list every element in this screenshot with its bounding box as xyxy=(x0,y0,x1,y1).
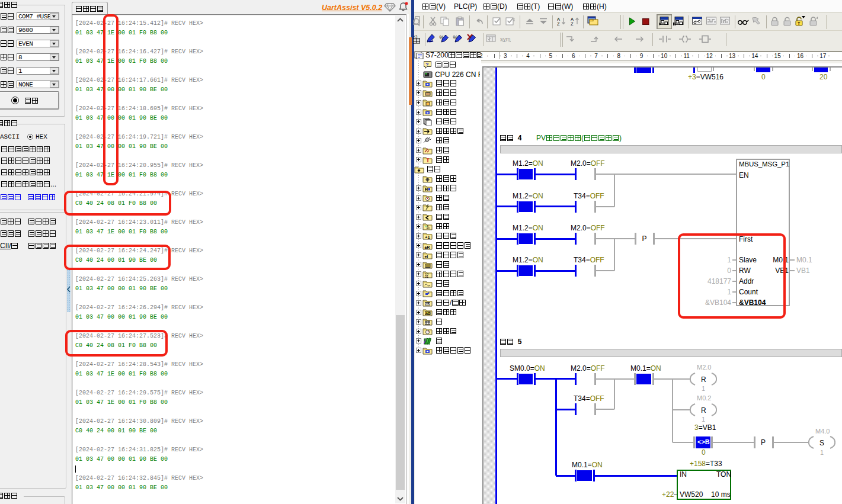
svg-text:Z: Z xyxy=(571,21,574,26)
svg-text:01: 01 xyxy=(425,274,428,278)
svg-text:R: R xyxy=(701,406,706,415)
svg-text:AB: AB xyxy=(425,312,430,315)
svg-text:±I: ±I xyxy=(425,254,428,258)
svg-text:±R: ±R xyxy=(425,245,430,249)
svg-text:?: ? xyxy=(425,62,429,68)
svg-text:Z: Z xyxy=(557,21,560,26)
svg-text:S: S xyxy=(819,439,824,447)
svg-text:+1: +1 xyxy=(425,235,430,240)
svg-text:sym: sym xyxy=(500,36,511,42)
svg-text:R: R xyxy=(701,375,706,384)
svg-text:T: T xyxy=(798,21,801,25)
